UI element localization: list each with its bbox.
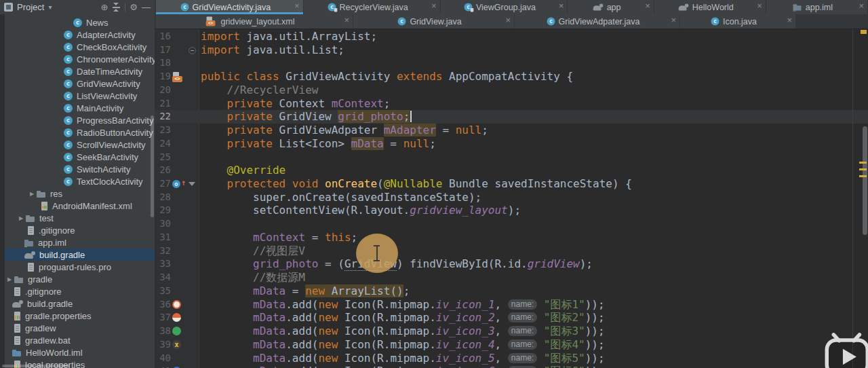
tree-item[interactable]: gradle.properties [0,310,155,322]
gutter-img3-icon[interactable] [172,327,181,335]
tree-item[interactable]: ▶gradle [0,273,155,285]
editor-tab[interactable]: ViewGroup.java× [441,0,568,14]
editor-tab[interactable]: GridViewActivity.java× [156,0,303,14]
line-number[interactable]: 17 [155,43,171,57]
tree-item[interactable]: HelloWorld.iml [0,346,155,358]
code-line[interactable]: 35 mData = new ArrayList(); [155,284,868,298]
code-line[interactable]: 39 mData.add(new Icon(R.mipmap.iv_icon_4… [155,338,868,352]
line-number[interactable]: 21 [155,97,171,111]
editor-tab[interactable]: GridView.java× [353,14,514,29]
line-number[interactable]: 19 [155,70,171,84]
collapse-all-icon[interactable] [112,3,121,12]
editor-tab[interactable]: GridViewAdpater.java× [515,14,679,29]
line-number[interactable]: 38 [155,325,171,338]
code-line[interactable]: 37 mData.add(new Icon(R.mipmap.iv_icon_2… [155,311,868,325]
tree-item[interactable]: SeekBarActivity [0,151,155,163]
tree-item[interactable]: .gitignore [0,224,155,236]
tree-item[interactable]: News [0,16,155,29]
close-icon[interactable]: × [859,1,864,11]
close-icon[interactable]: × [294,1,300,11]
close-icon[interactable]: × [505,15,511,25]
settings-icon[interactable]: ⚙ [130,3,138,12]
line-number[interactable]: 22 [155,110,171,124]
project-panel-title[interactable]: Project [17,2,44,12]
code-line[interactable]: 26 @Override [155,164,868,177]
line-number[interactable]: 28 [155,191,171,204]
tree-item[interactable]: ScrollViewActivity [0,139,155,151]
chevron-down-icon[interactable]: ▾ [48,3,52,11]
close-icon[interactable]: × [757,1,762,11]
tree-item[interactable]: app.iml [0,236,155,249]
code-line[interactable]: 27o↑ protected void onCreate(@Nullable B… [155,177,868,191]
code-line[interactable]: 28 super.onCreate(savedInstanceState); [155,191,868,204]
error-stripe-mark[interactable] [859,162,867,164]
editor-tab[interactable]: gridview_layout.xml× [156,14,353,29]
line-number[interactable]: 20 [155,84,171,97]
editor-scrollbar[interactable] [863,126,867,235]
editor-tab[interactable]: HelloWorld× [654,0,766,14]
tree-item[interactable]: ▶test [0,212,155,224]
code-line[interactable]: 16import java.util.ArrayList; [155,30,868,43]
code-line[interactable]: 41 mData.add(new Icon(R.mipmap.iv_icon_6… [155,365,868,368]
line-number[interactable]: 31 [155,231,171,244]
line-number[interactable]: 23 [155,124,171,137]
tree-item[interactable]: proguard-rules.pro [0,261,155,273]
close-icon[interactable]: × [344,15,349,25]
code-line[interactable]: 40 mData.add(new Icon(R.mipmap.iv_icon_5… [155,352,868,365]
code-line[interactable]: 38 mData.add(new Icon(R.mipmap.iv_icon_3… [155,325,868,338]
tree-item[interactable]: ▶res [0,187,155,200]
tree-item[interactable]: gradlew [0,322,155,334]
gutter-img1-icon[interactable] [172,300,181,309]
close-icon[interactable]: × [787,15,792,25]
code-line[interactable]: 22 private GridView grid_photo; [155,110,868,124]
tree-item[interactable]: ProgressBarActivity [0,114,155,126]
expand-arrow-icon[interactable]: ▶ [19,215,26,221]
line-number[interactable]: 35 [155,284,171,298]
inspection-indicator[interactable] [861,30,867,34]
tree-item[interactable]: SwitchActivity [0,163,155,175]
line-number[interactable]: 30 [155,217,171,231]
line-number[interactable]: 34 [155,271,171,284]
locate-icon[interactable]: ⊕ [100,3,108,12]
tree-item[interactable]: MainActivity [0,102,155,114]
line-number[interactable]: 16 [155,30,171,43]
tree-item[interactable]: build.gradle [0,297,155,310]
tree-item[interactable]: AndroidManifest.xml [0,200,155,212]
tree-item[interactable]: AdapterActivity [0,29,155,41]
tree-item[interactable]: build.gradle [0,249,155,261]
tree-item[interactable]: CheckBoxAcitivity [0,41,155,53]
code-line[interactable]: 19public class GridViewActivity extends … [155,70,868,84]
code-line[interactable]: 20 //RecyclerView [155,84,868,97]
line-number[interactable]: 18 [155,56,171,70]
line-number[interactable]: 33 [155,257,171,271]
code-line[interactable]: 32 //视图层V [155,244,868,258]
line-number[interactable]: 24 [155,137,171,151]
line-number[interactable]: 32 [155,244,171,258]
line-number[interactable]: 41 [155,365,171,368]
code-editor[interactable]: 16import java.util.ArrayList;17import ja… [155,29,868,368]
line-number[interactable]: 27 [155,177,171,191]
close-icon[interactable]: × [559,1,564,11]
hide-panel-icon[interactable]: — [142,3,151,12]
code-line[interactable]: 23 private GridViewAdpater mAdapter = nu… [155,124,868,137]
code-line[interactable]: 24 private List<Icon> mData = null; [155,137,868,151]
tree-item[interactable]: gradlew.bat [0,334,155,346]
code-line[interactable]: 29 setContentView(R.layout.gridview_layo… [155,204,868,217]
code-line[interactable]: 36 mData.add(new Icon(R.mipmap.iv_icon_1… [155,298,868,312]
editor-tab[interactable]: RecyclerView.java× [304,0,440,14]
tree-item[interactable]: ChronometerAcitvity [0,53,155,65]
tree-item[interactable]: .gitignore [0,285,155,297]
editor-tab[interactable]: app.iml× [766,0,867,14]
tree-item[interactable]: RadioButtonActivity [0,126,155,139]
tree-horizontal-scrollbar[interactable] [2,365,70,367]
fold-marker-icon[interactable] [189,182,195,186]
line-number[interactable]: 36 [155,298,171,312]
code-line[interactable]: 25 [155,151,868,164]
close-icon[interactable]: × [431,1,437,11]
code-line[interactable]: 30 [155,217,868,231]
line-number[interactable]: 39 [155,338,171,352]
gutter-img2-icon[interactable] [172,313,181,322]
error-stripe-mark[interactable] [859,168,867,170]
editor-tab[interactable]: Icon.java× [680,14,795,29]
close-icon[interactable]: × [645,1,650,11]
